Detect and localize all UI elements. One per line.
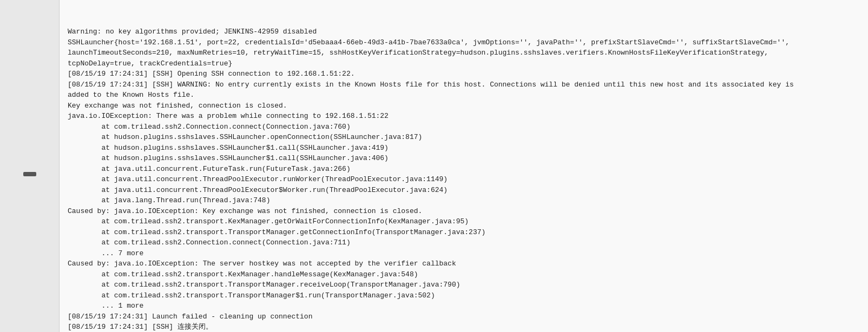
log-line: launchTimeoutSeconds=210, maxNumRetries=… <box>68 48 860 58</box>
log-line: [08/15/19 17:24:31] [SSH] Opening SSH co… <box>68 69 860 79</box>
log-line: at hudson.plugins.sshslaves.SSHLauncher$… <box>68 143 860 154</box>
log-line: at com.trilead.ssh2.transport.KexManager… <box>68 216 860 227</box>
log-line: Caused by: java.io.IOException: The serv… <box>68 258 860 269</box>
content-area: Warning: no key algorithms provided; JEN… <box>60 0 868 332</box>
log-line: added to the Known Hosts file. <box>68 90 860 101</box>
log-line: tcpNoDelay=true, trackCredentials=true} <box>68 58 860 69</box>
log-line: Key exchange was not finished, connectio… <box>68 101 860 111</box>
log-line: at com.trilead.ssh2.transport.TransportM… <box>68 280 860 290</box>
log-line: at com.trilead.ssh2.Connection.connect(C… <box>68 122 860 132</box>
log-line: java.io.IOException: There was a problem… <box>68 111 860 122</box>
log-line: at com.trilead.ssh2.transport.KexManager… <box>68 269 860 280</box>
log-line: SSHLauncher{host='192.168.1.51', port=22… <box>68 37 860 48</box>
log-line: at java.lang.Thread.run(Thread.java:748) <box>68 195 860 206</box>
log-line: at java.util.concurrent.ThreadPoolExecut… <box>68 185 860 196</box>
log-line: [08/15/19 17:24:31] Launch failed - clea… <box>68 311 860 322</box>
log-line: ... 7 more <box>68 248 860 259</box>
log-line: at com.trilead.ssh2.transport.TransportM… <box>68 290 860 301</box>
log-output: Warning: no key algorithms provided; JEN… <box>68 5 860 332</box>
main-container: Warning: no key algorithms provided; JEN… <box>0 0 868 332</box>
log-line: at java.util.concurrent.FutureTask.run(F… <box>68 164 860 175</box>
log-line: Warning: no key algorithms provided; JEN… <box>68 26 860 37</box>
log-line: at com.trilead.ssh2.Connection.connect(C… <box>68 237 860 248</box>
log-line: ... 1 more <box>68 301 860 311</box>
log-line: [08/15/19 17:24:31] [SSH] 连接关闭。 <box>68 322 860 332</box>
log-line: at com.trilead.ssh2.transport.TransportM… <box>68 227 860 238</box>
collapse-icon[interactable] <box>23 172 36 176</box>
log-line: [08/15/19 17:24:31] [SSH] WARNING: No en… <box>68 79 860 90</box>
log-line: at hudson.plugins.sshslaves.SSHLauncher$… <box>68 153 860 164</box>
log-line: at hudson.plugins.sshslaves.SSHLauncher.… <box>68 132 860 143</box>
sidebar <box>0 0 60 332</box>
log-line: Caused by: java.io.IOException: Key exch… <box>68 206 860 217</box>
log-line: at java.util.concurrent.ThreadPoolExecut… <box>68 174 860 185</box>
